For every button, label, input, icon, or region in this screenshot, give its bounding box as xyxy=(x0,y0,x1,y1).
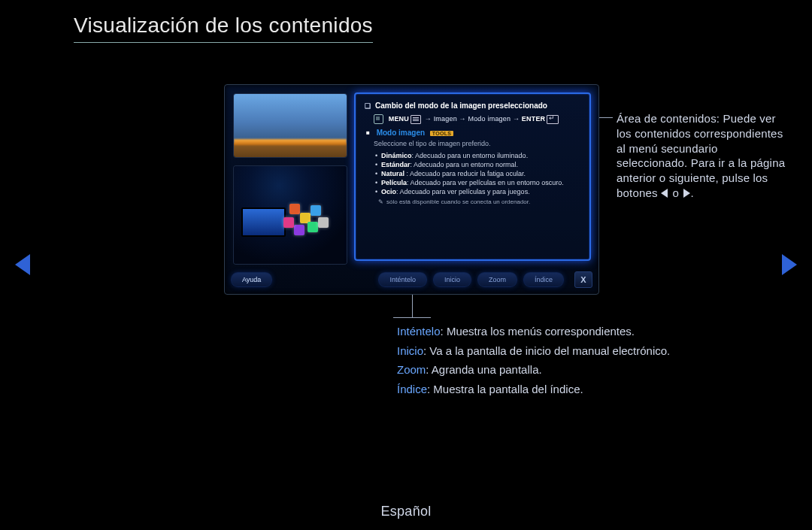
option-desc: : Adecuado para ver películas en un ento… xyxy=(407,179,564,186)
option-desc: : Adecuado para ver películas y para jue… xyxy=(396,188,530,195)
line-item: Índice: Muestra la pantalla del índice. xyxy=(397,380,728,399)
button-explainer: Inténtelo: Muestra los menús correspondi… xyxy=(397,322,728,398)
line-item: Inténtelo: Muestra los menús correspondi… xyxy=(397,322,728,341)
section-subtext: Seleccione el tipo de imagen preferido. xyxy=(374,140,580,147)
crumb-part-1: Imagen xyxy=(434,115,457,123)
list-item: Ocio: Adecuado para ver películas y para… xyxy=(375,188,580,195)
remote-icon xyxy=(374,114,383,124)
index-button[interactable]: Índice xyxy=(523,272,564,287)
right-period: . xyxy=(690,186,693,199)
home-button[interactable]: Inicio xyxy=(433,272,471,287)
breadcrumb: MENU → Imagen → Modo imagen → ENTER xyxy=(374,114,580,124)
line-kw: Zoom xyxy=(397,363,426,376)
right-or-word: o xyxy=(673,186,680,199)
language-label: Español xyxy=(0,504,812,519)
option-desc: : Adecuado para reducir la fatiga ocular… xyxy=(404,170,526,177)
option-kw: Ocio xyxy=(381,188,396,195)
content-header: Cambio del modo de la imagen preseleccio… xyxy=(365,101,580,110)
line-kw: Índice xyxy=(397,383,427,395)
option-kw: Película xyxy=(381,179,407,186)
nav-next-icon[interactable] xyxy=(782,254,797,275)
nav-prev-icon[interactable] xyxy=(15,254,30,275)
thumbnail-column xyxy=(234,94,347,264)
callout-line xyxy=(599,117,613,118)
option-kw: Natural xyxy=(381,170,404,177)
crumb-part-2: Modo imagen xyxy=(468,115,511,123)
list-item: Película: Adecuado para ver películas en… xyxy=(375,179,580,186)
enter-icon xyxy=(547,115,559,124)
tv-screenshot: Cambio del modo de la imagen preseleccio… xyxy=(224,84,599,295)
line-item: Zoom: Agranda una pantalla. xyxy=(397,360,728,380)
preview-image-landscape xyxy=(234,94,347,157)
list-item: Estándar: Adecuado para un entorno norma… xyxy=(375,161,580,168)
content-area-explainer: Área de contenidos: Puede ver los conten… xyxy=(617,111,791,201)
section-label-text: Modo imagen xyxy=(377,129,425,137)
option-desc: : Adecuado para un entorno normal. xyxy=(411,161,519,168)
zoom-button[interactable]: Zoom xyxy=(477,272,517,287)
line-desc: : Va a la pantalla de inicio del manual … xyxy=(423,344,670,357)
line-desc: : Muestra los menús correspondientes. xyxy=(441,325,635,338)
content-area: Cambio del modo de la imagen preseleccio… xyxy=(354,92,591,261)
footnote: sólo está disponible cuando se conecta u… xyxy=(378,198,580,205)
try-button[interactable]: Inténtelo xyxy=(378,272,427,287)
line-kw: Inténtelo xyxy=(397,325,441,338)
list-item: Dinámico: Adecuado para un entorno ilumi… xyxy=(375,152,580,159)
button-bar: Ayuda Inténtelo Inicio Zoom Índice X xyxy=(225,270,598,289)
tools-badge: TOOLS xyxy=(430,131,453,136)
line-kw: Inicio xyxy=(397,344,423,357)
list-item: Natural : Adecuado para reducir la fatig… xyxy=(375,170,580,177)
menu-icon xyxy=(411,115,421,124)
right-heading: Área de contenidos: xyxy=(617,112,720,125)
crumb-enter-label: ENTER xyxy=(522,115,546,123)
callout-line xyxy=(412,295,413,317)
option-kw: Dinámico xyxy=(381,152,412,159)
callout-line xyxy=(393,317,431,318)
help-button[interactable]: Ayuda xyxy=(231,272,272,287)
right-body: Puede ver los contenidos correspondiente… xyxy=(617,112,785,199)
page-title: Visualización de los contenidos xyxy=(74,14,373,43)
crumb-menu-label: MENU xyxy=(389,115,409,123)
triangle-left-icon xyxy=(661,189,668,198)
options-list: Dinámico: Adecuado para un entorno ilumi… xyxy=(368,152,580,195)
section-label: Modo imagen TOOLS xyxy=(366,129,580,137)
option-desc: : Adecuado para un entorno iluminado. xyxy=(412,152,529,159)
line-desc: : Muestra la pantalla del índice. xyxy=(427,383,583,395)
line-item: Inicio: Va a la pantalla de inicio del m… xyxy=(397,341,728,361)
close-button[interactable]: X xyxy=(574,271,592,288)
line-desc: : Agranda una pantalla. xyxy=(426,363,541,376)
preview-image-media xyxy=(234,166,347,264)
option-kw: Estándar xyxy=(381,161,411,168)
